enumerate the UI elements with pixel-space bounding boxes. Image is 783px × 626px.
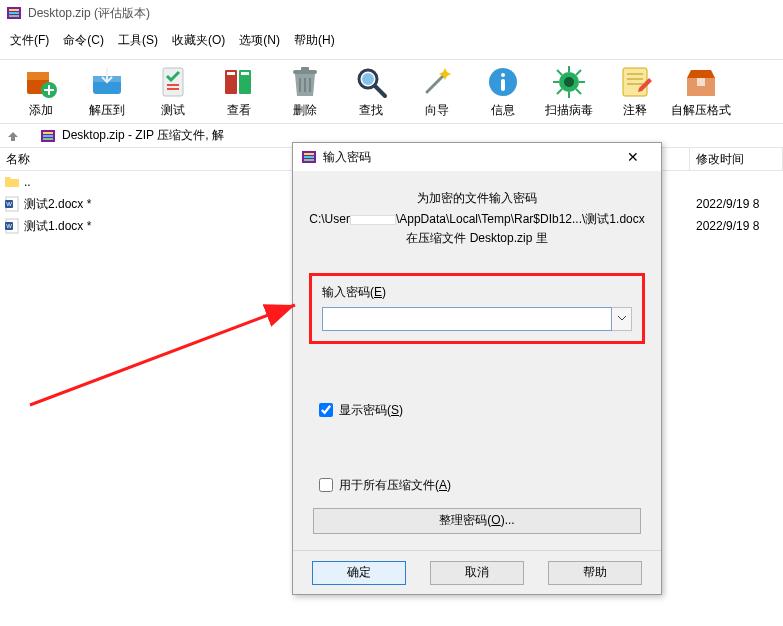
toolbar-label: 添加 xyxy=(29,102,53,119)
add-icon xyxy=(23,64,59,100)
svg-point-22 xyxy=(362,73,374,85)
docx-icon: W xyxy=(4,196,20,212)
chevron-down-icon xyxy=(618,316,626,321)
sfx-icon xyxy=(683,64,719,100)
dialog-titlebar: 输入密码 ✕ xyxy=(293,143,661,171)
wizard-button[interactable]: 向导 xyxy=(404,62,470,121)
file-mtime: 2022/9/19 8 xyxy=(690,219,783,233)
comment-icon xyxy=(617,64,653,100)
svg-line-37 xyxy=(576,70,581,75)
checkbox-input[interactable] xyxy=(319,403,333,417)
dropdown-button[interactable] xyxy=(612,307,632,331)
password-label: 输入密码(E) xyxy=(322,284,632,301)
checkbox-input[interactable] xyxy=(319,478,333,492)
menu-tools[interactable]: 工具(S) xyxy=(114,30,162,51)
archive-icon xyxy=(40,128,56,144)
all-archives-checkbox[interactable]: 用于所有压缩文件(A) xyxy=(319,477,645,494)
help-button[interactable]: 帮助 xyxy=(548,561,642,585)
svg-line-23 xyxy=(375,86,385,96)
menu-file[interactable]: 文件(F) xyxy=(6,30,53,51)
password-input[interactable] xyxy=(322,307,612,331)
svg-text:W: W xyxy=(6,201,12,207)
svg-point-26 xyxy=(501,73,505,77)
organize-password-button[interactable]: 整理密码(O)... xyxy=(313,508,641,534)
svg-rect-5 xyxy=(27,72,49,80)
svg-rect-17 xyxy=(301,67,309,71)
svg-line-35 xyxy=(576,89,581,94)
delete-icon xyxy=(287,64,323,100)
svg-line-36 xyxy=(557,89,562,94)
info-button[interactable]: 信息 xyxy=(470,62,536,121)
svg-rect-10 xyxy=(167,84,179,86)
toolbar-label: 删除 xyxy=(293,102,317,119)
checkbox-label: 用于所有压缩文件(A) xyxy=(339,477,451,494)
test-icon xyxy=(155,64,191,100)
svg-rect-3 xyxy=(9,15,19,17)
delete-button[interactable]: 删除 xyxy=(272,62,338,121)
toolbar-label: 扫描病毒 xyxy=(545,102,593,119)
svg-rect-46 xyxy=(43,135,53,137)
toolbar-label: 向导 xyxy=(425,102,449,119)
menu-help[interactable]: 帮助(H) xyxy=(290,30,339,51)
info-icon xyxy=(485,64,521,100)
address-text[interactable]: Desktop.zip - ZIP 压缩文件, 解 xyxy=(62,127,224,144)
menu-command[interactable]: 命令(C) xyxy=(59,30,108,51)
nav-up-button[interactable] xyxy=(4,127,22,145)
svg-line-34 xyxy=(557,70,562,75)
svg-rect-55 xyxy=(304,153,314,155)
svg-rect-1 xyxy=(9,9,19,11)
password-input-combo xyxy=(322,307,632,331)
dialog-message: 为加密的文件输入密码 C:\User\AppData\Local\Temp\Ra… xyxy=(309,189,645,249)
toolbar-label: 解压到 xyxy=(89,102,125,119)
ok-button[interactable]: 确定 xyxy=(312,561,406,585)
svg-rect-56 xyxy=(304,156,314,158)
menu-options[interactable]: 选项(N) xyxy=(235,30,284,51)
sfx-button[interactable]: 自解压格式 xyxy=(668,62,734,121)
dialog-body: 为加密的文件输入密码 C:\User\AppData\Local\Temp\Ra… xyxy=(293,171,661,534)
app-icon xyxy=(6,5,22,21)
docx-icon: W xyxy=(4,218,20,234)
find-button[interactable]: 查找 xyxy=(338,62,404,121)
close-button[interactable]: ✕ xyxy=(613,145,653,169)
svg-rect-14 xyxy=(227,72,235,75)
dialog-footer: 确定 取消 帮助 xyxy=(293,550,661,594)
file-mtime: 2022/9/19 8 xyxy=(690,197,783,211)
menubar: 文件(F) 命令(C) 工具(S) 收藏夹(O) 选项(N) 帮助(H) xyxy=(0,26,783,59)
extract-button[interactable]: 解压到 xyxy=(74,62,140,121)
message-line: 为加密的文件输入密码 xyxy=(309,189,645,208)
svg-rect-15 xyxy=(241,72,249,75)
annotation-arrow-icon xyxy=(20,285,320,425)
toolbar-label: 测试 xyxy=(161,102,185,119)
svg-line-24 xyxy=(427,74,445,92)
app-icon xyxy=(301,149,317,165)
extract-icon xyxy=(89,64,125,100)
add-button[interactable]: 添加 xyxy=(8,62,74,121)
cancel-button[interactable]: 取消 xyxy=(430,561,524,585)
window-title: Desktop.zip (评估版本) xyxy=(28,5,150,22)
scanvirus-button[interactable]: 扫描病毒 xyxy=(536,62,602,121)
svg-point-29 xyxy=(564,77,574,87)
svg-rect-38 xyxy=(623,68,647,96)
svg-line-58 xyxy=(30,305,295,405)
svg-rect-47 xyxy=(43,138,53,140)
test-button[interactable]: 测试 xyxy=(140,62,206,121)
password-field-group: 输入密码(E) xyxy=(309,273,645,344)
view-button[interactable]: 查看 xyxy=(206,62,272,121)
find-icon xyxy=(353,64,389,100)
column-mtime[interactable]: 修改时间 xyxy=(690,148,783,170)
svg-rect-45 xyxy=(43,132,53,134)
toolbar-label: 查找 xyxy=(359,102,383,119)
show-password-checkbox[interactable]: 显示密码(S) xyxy=(319,402,645,419)
menu-favorites[interactable]: 收藏夹(O) xyxy=(168,30,229,51)
comment-button[interactable]: 注释 xyxy=(602,62,668,121)
svg-text:W: W xyxy=(6,223,12,229)
toolbar-label: 查看 xyxy=(227,102,251,119)
toolbar-label: 信息 xyxy=(491,102,515,119)
password-dialog: 输入密码 ✕ 为加密的文件输入密码 C:\User\AppData\Local\… xyxy=(292,142,662,595)
svg-rect-57 xyxy=(304,159,314,161)
dialog-title: 输入密码 xyxy=(323,149,613,166)
redacted-icon xyxy=(350,215,396,225)
svg-rect-9 xyxy=(163,68,183,96)
folder-icon xyxy=(4,174,20,190)
scanvirus-icon xyxy=(551,64,587,100)
